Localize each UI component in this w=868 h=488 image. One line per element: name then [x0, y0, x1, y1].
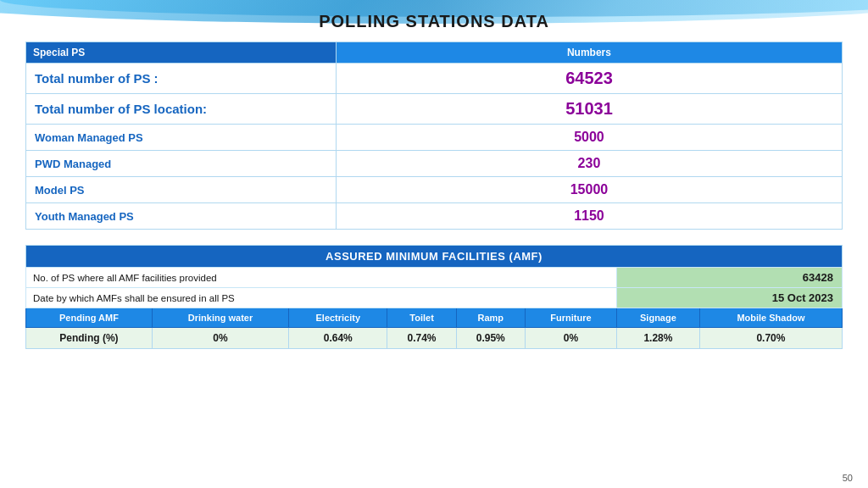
amf-row1-label: No. of PS where all AMF facilities provi…	[26, 268, 617, 288]
amf-data-cell: 0.74%	[387, 328, 456, 349]
table-row: Youth Managed PS 1150	[26, 203, 843, 230]
page-title: POLLING STATIONS DATA	[25, 12, 843, 31]
table-row: Woman Managed PS 5000	[26, 125, 843, 151]
amf-data-row: Pending (%)0%0.64%0.74%0.95%0%1.28%0.70%	[26, 328, 843, 349]
amf-col-header-row: Pending AMFDrinking waterElectricityToil…	[26, 308, 843, 328]
amf-info-row-1: No. of PS where all AMF facilities provi…	[26, 268, 843, 288]
amf-col-header: Furniture	[525, 308, 616, 328]
row-value: 51031	[336, 94, 842, 125]
amf-col-header: Toilet	[387, 308, 456, 328]
amf-col-header: Electricity	[289, 308, 387, 328]
amf-data-cell: 0.64%	[289, 328, 387, 349]
amf-row1-value: 63428	[617, 268, 843, 288]
row-value: 230	[336, 151, 842, 177]
row-label: Total number of PS :	[26, 64, 337, 94]
row-label: Youth Managed PS	[26, 203, 337, 230]
amf-data-cell: 0.95%	[456, 328, 525, 349]
page-content: POLLING STATIONS DATA Special PS Numbers…	[0, 0, 868, 358]
amf-row2-label: Date by which AMFs shall be ensured in a…	[26, 288, 617, 308]
amf-col-header: Drinking water	[152, 308, 288, 328]
amf-row2-value: 15 Oct 2023	[617, 288, 843, 308]
amf-data-cell: Pending (%)	[26, 328, 153, 349]
amf-data-cell: 0%	[152, 328, 288, 349]
amf-col-header: Signage	[617, 308, 700, 328]
col1-header: Special PS	[26, 42, 337, 64]
amf-data-cell: 0%	[525, 328, 616, 349]
row-label: Total number of PS location:	[26, 94, 337, 125]
row-label: PWD Managed	[26, 151, 337, 177]
col2-header: Numbers	[336, 42, 842, 64]
row-label: Woman Managed PS	[26, 125, 337, 151]
page-number: 50	[843, 473, 853, 483]
table-row: Total number of PS location: 51031	[26, 94, 843, 125]
amf-data-cell: 0.70%	[699, 328, 842, 349]
amf-header-row: ASSURED MINIMUM FACILITIES (AMF)	[26, 246, 843, 268]
amf-col-header: Mobile Shadow	[699, 308, 842, 328]
amf-data-cell: 1.28%	[617, 328, 700, 349]
row-value: 5000	[336, 125, 842, 151]
table-row: PWD Managed 230	[26, 151, 843, 177]
amf-col-header: Ramp	[456, 308, 525, 328]
amf-info-row-2: Date by which AMFs shall be ensured in a…	[26, 288, 843, 308]
table-row: Total number of PS : 64523	[26, 64, 843, 94]
row-value: 1150	[336, 203, 842, 230]
polling-stations-table: Special PS Numbers Total number of PS : …	[25, 42, 843, 230]
amf-table: ASSURED MINIMUM FACILITIES (AMF) No. of …	[25, 245, 843, 349]
row-value: 15000	[336, 177, 842, 203]
row-value: 64523	[336, 64, 842, 94]
table-row: Model PS 15000	[26, 177, 843, 203]
amf-col-header: Pending AMF	[26, 308, 153, 328]
amf-title: ASSURED MINIMUM FACILITIES (AMF)	[26, 246, 843, 268]
row-label: Model PS	[26, 177, 337, 203]
